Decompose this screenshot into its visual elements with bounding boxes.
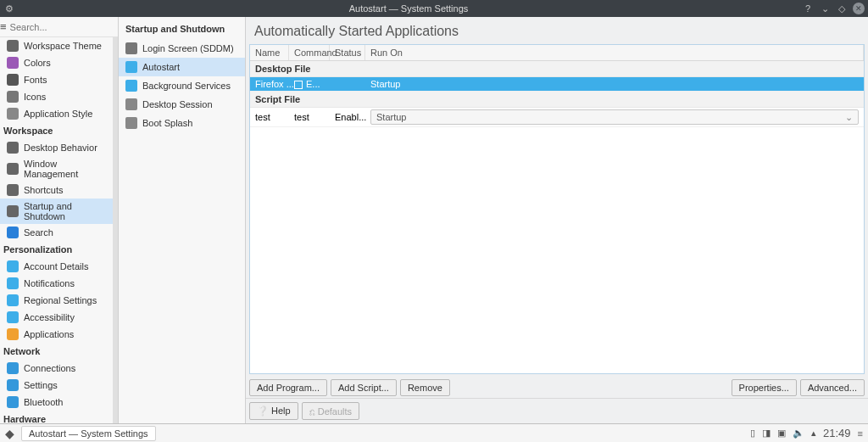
sidebar-item-label: Workspace Theme [24, 41, 102, 51]
properties-button[interactable]: Properties... [732, 379, 797, 396]
subcategory-item[interactable]: Login Screen (SDDM) [119, 39, 245, 58]
sidebar-item-label: Applications [24, 329, 74, 339]
volume-icon[interactable]: 🔈 [793, 428, 804, 439]
cell-status: Enabl... [335, 112, 370, 122]
cell-command: E... [294, 79, 335, 89]
sidebar-item-label: Notifications [24, 278, 75, 288]
status-checkbox[interactable] [294, 81, 303, 89]
taskbar-entry[interactable]: Autostart — System Settings [21, 426, 156, 441]
table-row[interactable]: Firefox ...E...Startup [250, 77, 864, 92]
autostart-table: Name Command Status Run On Desktop FileF… [249, 44, 865, 374]
sidebar-item[interactable]: Application Style [0, 105, 118, 122]
sidebar-item-label: Icons [24, 92, 46, 102]
page-title: Automatically Started Applications [246, 17, 868, 44]
defaults-icon: ⎌ [309, 406, 315, 417]
category-icon [7, 40, 19, 52]
menu-icon[interactable]: ≡ [0, 20, 7, 33]
add-script-button[interactable]: Add Script... [331, 379, 397, 396]
subcategory-icon [125, 117, 137, 129]
search-input[interactable] [7, 20, 119, 35]
help-icon[interactable]: ? [802, 3, 814, 14]
sidebar-item-label: Bluetooth [24, 397, 63, 407]
category-icon [7, 57, 19, 69]
sidebar-item-label: Desktop Behavior [24, 143, 97, 153]
sidebar-item[interactable]: Applications [0, 326, 118, 343]
clock[interactable]: 21:49 [823, 427, 851, 439]
subcategory-item[interactable]: Boot Splash [119, 114, 245, 132]
category-icon [7, 108, 19, 120]
sidebar-item-label: Accessibility [24, 312, 75, 322]
table-header: Name Command Status Run On [250, 45, 864, 61]
subcategory-column: Startup and Shutdown Login Screen (SDDM)… [119, 17, 246, 423]
sidebar-item-label: Application Style [24, 109, 92, 119]
launcher-icon[interactable]: ◆ [5, 427, 14, 440]
tray-icon[interactable]: ▯ [750, 428, 755, 439]
sidebar-item-label: Colors [24, 58, 51, 68]
sidebar-item[interactable]: Account Details [0, 258, 118, 275]
category-icon [7, 396, 19, 408]
subcategory-icon [125, 98, 137, 110]
sidebar-item-label: Fonts [24, 75, 47, 85]
col-runon[interactable]: Run On [365, 45, 864, 60]
content-pane: Automatically Started Applications Name … [246, 17, 868, 423]
scrollbar[interactable] [113, 37, 118, 423]
cell-command: test [294, 112, 335, 122]
window-title: Autostart — System Settings [15, 3, 802, 14]
app-icon: ⚙ [3, 3, 15, 14]
close-icon[interactable]: ✕ [853, 3, 865, 14]
category-icon [7, 328, 19, 340]
taskbar: ◆ Autostart — System Settings ▯ ◨ ▣ 🔈 ▴ … [0, 423, 868, 442]
sidebar-item[interactable]: Shortcuts [0, 182, 118, 199]
sidebar-item[interactable]: Window Management [0, 156, 118, 182]
sidebar-item-label: Search [24, 227, 53, 238]
sidebar-item[interactable]: Regional Settings [0, 292, 118, 309]
sidebar-item[interactable]: Fonts [0, 71, 118, 88]
table-row[interactable]: testtestEnabl...Startup [250, 108, 864, 127]
sidebar-item[interactable]: Notifications [0, 275, 118, 292]
sidebar-item-label: Regional Settings [24, 295, 97, 305]
sidebar-item[interactable]: Accessibility [0, 309, 118, 326]
advanced-button[interactable]: Advanced... [800, 379, 865, 396]
add-program-button[interactable]: Add Program... [249, 379, 327, 396]
col-name[interactable]: Name [250, 45, 289, 60]
subcategory-item[interactable]: Autostart [119, 58, 245, 76]
remove-button[interactable]: Remove [400, 379, 450, 396]
sidebar-section-header: Hardware [0, 411, 118, 423]
sidebar-item[interactable]: Connections [0, 360, 118, 377]
help-button[interactable]: ❔ Help [249, 402, 298, 420]
sidebar-item[interactable]: Desktop Behavior [0, 139, 118, 156]
category-icon [7, 163, 19, 175]
cell-name: Firefox ... [255, 79, 294, 89]
sidebar-item[interactable]: Workspace Theme [0, 37, 118, 54]
sidebar-item[interactable]: Icons [0, 88, 118, 105]
expand-icon[interactable]: ▴ [811, 428, 816, 439]
col-status[interactable]: Status [330, 45, 365, 60]
sidebar-item-label: Settings [24, 380, 58, 390]
runon-dropdown[interactable]: Startup [370, 109, 859, 125]
subcategory-icon [125, 80, 137, 92]
sidebar-item[interactable]: Settings [0, 377, 118, 394]
subcategory-item[interactable]: Background Services [119, 76, 245, 95]
subcategory-label: Desktop Session [142, 99, 213, 109]
col-command[interactable]: Command [289, 45, 330, 60]
category-icon [7, 91, 19, 103]
tray-icon[interactable]: ◨ [762, 428, 771, 439]
sidebar-section-header: Personalization [0, 241, 118, 258]
sidebar-section-header: Workspace [0, 122, 118, 139]
defaults-button[interactable]: ⎌ Defaults [302, 402, 359, 420]
maximize-icon[interactable]: ◇ [836, 3, 848, 14]
category-icon [7, 142, 19, 154]
sidebar-item[interactable]: Search [0, 224, 118, 241]
sidebar-item[interactable]: Startup and Shutdown [0, 199, 118, 224]
sidebar-section-header: Network [0, 343, 118, 360]
sidebar-item-label: Connections [24, 363, 75, 373]
subcategory-label: Background Services [142, 81, 231, 91]
group-header: Desktop File [250, 61, 864, 77]
sidebar-item[interactable]: Colors [0, 54, 118, 71]
tray-icon[interactable]: ▣ [777, 428, 786, 439]
panel-edit-icon[interactable]: ≡ [858, 428, 863, 439]
subcategory-item[interactable]: Desktop Session [119, 95, 245, 114]
sidebar-item[interactable]: Bluetooth [0, 394, 118, 411]
minimize-icon[interactable]: ⌄ [819, 3, 831, 14]
sidebar-item-label: Shortcuts [24, 185, 63, 195]
